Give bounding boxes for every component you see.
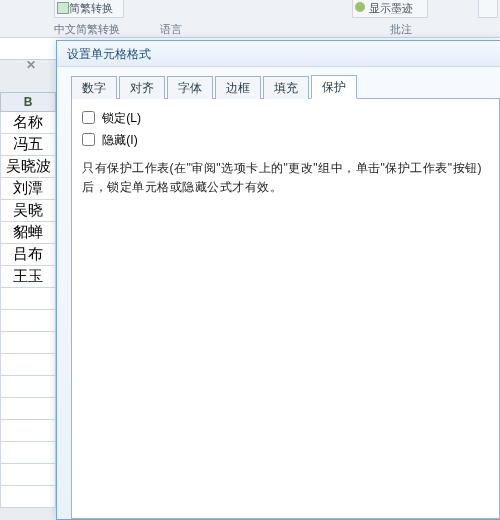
cell[interactable]: 吴晓	[0, 200, 56, 222]
cell-empty[interactable]	[0, 310, 56, 332]
ribbon-button-right[interactable]	[478, 0, 498, 18]
ribbon-btn-simplified-traditional[interactable]: 简繁转换	[54, 0, 124, 18]
cell-empty[interactable]	[0, 442, 56, 464]
cell[interactable]: 吕布	[0, 244, 56, 266]
tab-number[interactable]: 数字	[71, 76, 117, 100]
tab-strip: 数字 对齐 字体 边框 填充 保护	[71, 75, 500, 99]
tab-panel-protect: 锁定(L) 隐藏(I) 只有保护工作表(在"审阅"选项卡上的"更改"组中，单击"…	[71, 99, 500, 519]
dialog-body: 数字 对齐 字体 边框 填充 保护 锁定(L) 隐藏(I) 只有保护工作表(在"…	[71, 75, 500, 519]
tab-protect[interactable]: 保护	[311, 75, 357, 99]
cell-empty[interactable]	[0, 398, 56, 420]
cell-empty[interactable]	[0, 354, 56, 376]
cell-empty[interactable]	[0, 376, 56, 398]
hidden-checkbox[interactable]	[82, 133, 95, 146]
tab-border[interactable]: 边框	[215, 76, 261, 100]
ribbon: 简繁转换 中文简繁转换 语言 显示墨迹 批注	[0, 0, 500, 38]
cell[interactable]: 冯五	[0, 134, 56, 156]
spreadsheet-column: B 名称 冯五 吴晓波 刘潭 吴晓 貂蝉 吕布 王玉	[0, 92, 56, 508]
cell[interactable]: 貂蝉	[0, 222, 56, 244]
protect-explanation: 只有保护工作表(在"审阅"选项卡上的"更改"组中，单击"保护工作表"按钮)后，锁…	[82, 159, 489, 197]
dialog-title: 设置单元格格式	[57, 41, 500, 67]
cell[interactable]: 名称	[0, 112, 56, 134]
formula-cancel-icon[interactable]: ✕	[26, 58, 42, 72]
cell[interactable]: 刘潭	[0, 178, 56, 200]
cell[interactable]: 吴晓波	[0, 156, 56, 178]
tab-font[interactable]: 字体	[167, 76, 213, 100]
cell[interactable]: 王玉	[0, 266, 56, 288]
cell-empty[interactable]	[0, 332, 56, 354]
cell-empty[interactable]	[0, 464, 56, 486]
locked-checkbox[interactable]	[82, 111, 95, 124]
cell-empty[interactable]	[0, 288, 56, 310]
locked-label: 锁定(L)	[102, 111, 141, 125]
cell-empty[interactable]	[0, 420, 56, 442]
cell-empty[interactable]	[0, 486, 56, 508]
ribbon-btn-show-ink[interactable]: 显示墨迹	[352, 0, 428, 18]
format-cells-dialog: 设置单元格格式 数字 对齐 字体 边框 填充 保护 锁定(L) 隐藏(I) 只有…	[56, 40, 500, 520]
ribbon-group-language: 语言	[160, 22, 182, 37]
tab-fill[interactable]: 填充	[263, 76, 309, 100]
column-header[interactable]: B	[0, 92, 56, 112]
hidden-label: 隐藏(I)	[102, 133, 137, 147]
ribbon-group-scconvert: 中文简繁转换	[54, 22, 120, 37]
ribbon-group-annotation: 批注	[390, 22, 412, 37]
tab-align[interactable]: 对齐	[119, 76, 165, 100]
